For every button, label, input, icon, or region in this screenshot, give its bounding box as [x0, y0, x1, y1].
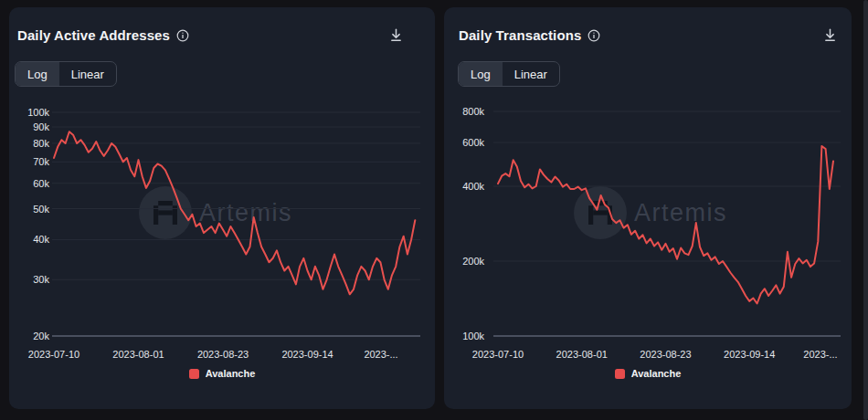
scale-toggle: Log Linear	[15, 61, 117, 87]
legend-label: Avalanche	[206, 368, 256, 379]
x-tick-label: 2023-07-10	[472, 349, 524, 360]
avalanche-swatch-icon	[189, 369, 199, 379]
download-icon	[822, 27, 838, 43]
y-tick-label: 800k	[462, 106, 484, 117]
info-icon[interactable]	[176, 29, 189, 42]
x-tick-label: 2023-09-14	[724, 349, 775, 360]
chart-legend[interactable]: Avalanche	[9, 368, 435, 379]
page-title: Daily Active Addresses	[17, 27, 170, 43]
y-tick-label: 100k	[27, 107, 49, 118]
panel-header: Daily Transactions	[459, 27, 600, 43]
daily-active-addresses-panel: Daily Active Addresses Log Linear Artemi…	[9, 7, 435, 409]
x-tick-label: 2023-08-01	[556, 349, 608, 360]
avalanche-series-line	[498, 146, 833, 304]
y-tick-label: 50k	[33, 204, 49, 215]
y-tick-label: 100k	[462, 331, 484, 341]
log-toggle-button[interactable]: Log	[459, 62, 503, 86]
download-button[interactable]	[386, 26, 406, 47]
linear-toggle-button[interactable]: Linear	[503, 62, 559, 86]
avalanche-swatch-icon	[615, 369, 625, 379]
x-tick-label: 2023-08-01	[112, 349, 164, 360]
x-tick-label: 2023-08-23	[640, 349, 691, 360]
x-tick-label: 2023-07-10	[28, 349, 79, 360]
linear-toggle-button[interactable]: Linear	[59, 62, 116, 86]
y-tick-label: 70k	[33, 156, 49, 167]
scrollbar[interactable]	[863, 0, 868, 420]
y-tick-label: 30k	[33, 274, 49, 285]
y-tick-label: 600k	[462, 137, 484, 148]
y-tick-label: 80k	[33, 138, 49, 149]
y-tick-label: 400k	[462, 181, 484, 192]
chart-legend[interactable]: Avalanche	[444, 368, 852, 379]
log-toggle-button[interactable]: Log	[16, 62, 59, 86]
daily-transactions-panel: Daily Transactions Log Linear Artemis 80…	[444, 7, 852, 409]
info-icon[interactable]	[587, 29, 600, 42]
x-tick-label: 2023-...	[364, 349, 397, 360]
legend-label: Avalanche	[631, 368, 682, 379]
page-title: Daily Transactions	[459, 27, 581, 43]
x-tick-label: 2023-08-23	[197, 349, 249, 360]
download-icon	[388, 27, 404, 43]
download-button[interactable]	[820, 26, 840, 47]
panel-header: Daily Active Addresses	[17, 27, 189, 43]
y-tick-label: 60k	[33, 178, 49, 189]
x-tick-label: 2023-...	[803, 349, 837, 360]
y-tick-label: 90k	[33, 121, 49, 132]
avalanche-series-line	[54, 131, 415, 294]
y-tick-label: 200k	[462, 256, 484, 267]
y-tick-label: 20k	[33, 331, 49, 341]
y-tick-label: 40k	[33, 234, 49, 245]
scale-toggle: Log Linear	[458, 61, 560, 87]
x-tick-label: 2023-09-14	[281, 349, 333, 360]
